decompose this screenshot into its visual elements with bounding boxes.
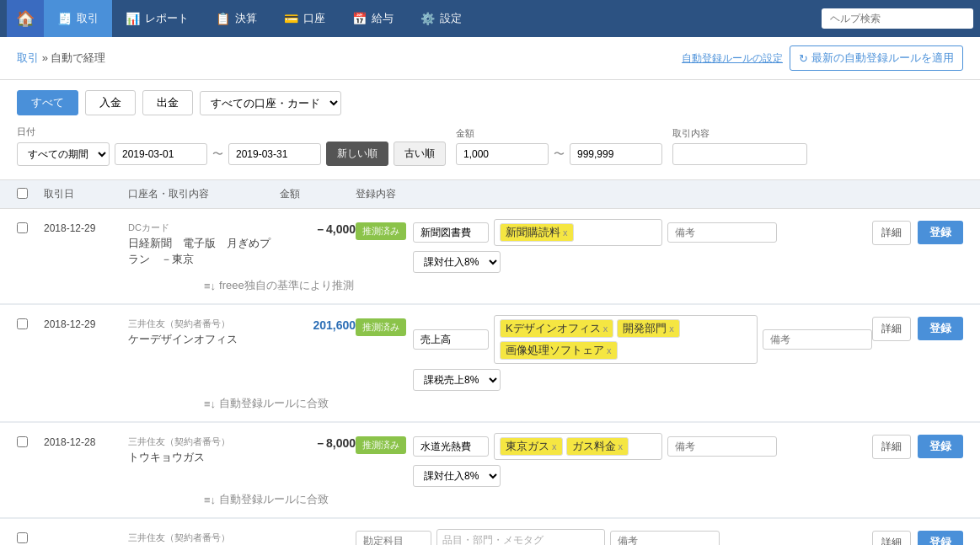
tx-reg-row2-3: 課対仕入8% [413, 465, 872, 487]
date-inputs: すべての期間 〜 新しい順 古い順 [17, 142, 446, 166]
account-select[interactable]: すべての口座・カード [200, 91, 341, 115]
description-filter-group: 取引内容 [672, 127, 807, 165]
rule-settings-link[interactable]: 自動登録ルールの設定 [682, 51, 783, 66]
tx-select-2[interactable] [17, 318, 28, 329]
tx-amount-1: －4,000 [280, 219, 356, 238]
nav-label: 口座 [303, 11, 325, 26]
tx-category-4[interactable] [356, 531, 431, 546]
nav-accounting[interactable]: 📋 決算 [202, 0, 270, 37]
tx-memo-3[interactable] [667, 436, 777, 457]
tx-account-4: 三井住友（契約者番号） [128, 529, 280, 545]
tx-badge-2: 推測済み [356, 318, 406, 336]
header-account: 口座名・取引内容 [128, 187, 280, 201]
reports-icon: 📊 [126, 12, 140, 25]
transaction-row-2: 2018-12-29 三井住友（契約者番号） ケーデザインオフィス 201,60… [0, 305, 980, 423]
search-input[interactable] [822, 8, 973, 29]
tx-account-1: DCカード 日経新聞 電子版 月ぎめプラン －東京 [128, 219, 280, 268]
tx-category-3[interactable] [413, 436, 489, 457]
tx-select-4[interactable] [17, 532, 28, 543]
tx-register-button-2[interactable]: 登録 [918, 317, 963, 340]
tx-footer-text-2: 自動登録ルールに合致 [219, 396, 329, 411]
nav-reports[interactable]: 📊 レポート [112, 0, 202, 37]
tx-category-2[interactable] [413, 329, 489, 350]
tx-date-2: 2018-12-29 [44, 315, 128, 330]
nav-accounts[interactable]: 💳 口座 [270, 0, 339, 37]
amount-from-input[interactable] [456, 143, 549, 165]
tx-actions-3: 詳細 登録 [872, 433, 963, 459]
accounts-icon: 💳 [284, 12, 298, 25]
tx-date-3: 2018-12-28 [44, 433, 128, 448]
tx-register-button-4[interactable]: 登録 [918, 531, 963, 545]
description-input[interactable] [672, 143, 807, 165]
breadcrumb-bar: 取引 » 自動で経理 自動登録ルールの設定 ↻ 最新の自動登録ルールを適用 [0, 37, 980, 80]
tx-footer-icon-2: ≡↓ [204, 398, 216, 410]
tx-footer-3: ≡↓ 自動登録ルールに合致 [17, 492, 963, 507]
nav-label: 取引 [77, 11, 99, 26]
tx-tag-remove-1-0[interactable]: x [563, 227, 568, 238]
tx-tag-remove-2-0[interactable]: x [603, 323, 608, 334]
tx-detail-button-3[interactable]: 詳細 [872, 435, 911, 459]
tx-detail-button-4[interactable]: 詳細 [872, 531, 911, 545]
tab-income[interactable]: 入金 [85, 90, 136, 115]
tx-memo-2[interactable] [763, 329, 872, 350]
tx-register-button-3[interactable]: 登録 [918, 435, 963, 458]
tx-main-2: 2018-12-29 三井住友（契約者番号） ケーデザインオフィス 201,60… [17, 315, 963, 391]
tx-reg-row1-3: 東京ガス x ガス料金 x [413, 433, 872, 460]
amount-to-input[interactable] [570, 143, 662, 165]
select-all-checkbox[interactable] [17, 188, 28, 199]
tx-footer-icon-3: ≡↓ [204, 494, 216, 506]
amount-inputs: 〜 [456, 143, 662, 165]
tx-tax-select-2[interactable]: 課税売上8% [413, 369, 501, 391]
nav-transactions[interactable]: 🧾 取引 [44, 0, 112, 37]
tx-tag-area-4[interactable]: 品目・部門・メモタグ [436, 529, 605, 545]
tab-all[interactable]: すべて [17, 90, 78, 115]
tx-select-1[interactable] [17, 222, 28, 233]
tx-tag-area-2[interactable]: Kデザインオフィス x 開発部門 x 画像処理ソフトェア x [494, 315, 758, 364]
amount-separator: 〜 [554, 147, 565, 162]
sort-old-button[interactable]: 古い順 [394, 142, 446, 166]
sort-new-button[interactable]: 新しい順 [326, 142, 388, 166]
tx-reg-row2-2: 課税売上8% [413, 369, 872, 391]
tx-checkbox-1 [17, 219, 44, 236]
tx-tag-area-1[interactable]: 新聞購読料 x [494, 219, 662, 246]
header-registered: 登録内容 [356, 187, 963, 201]
tx-detail-button-1[interactable]: 詳細 [872, 221, 911, 245]
tx-tag-remove-2-2[interactable]: x [607, 345, 612, 355]
transactions-icon: 🧾 [57, 12, 72, 25]
tab-expense[interactable]: 出金 [142, 90, 193, 115]
tx-checkbox-3 [17, 433, 44, 450]
tx-tag-area-3[interactable]: 東京ガス x ガス料金 x [494, 433, 662, 460]
tx-tax-select-3[interactable]: 課対仕入8% [413, 465, 501, 487]
nav-label: レポート [145, 11, 189, 26]
nav-label: 給与 [372, 11, 394, 26]
tx-memo-1[interactable] [667, 222, 777, 243]
tx-select-3[interactable] [17, 436, 28, 447]
tx-amount-2: 201,600 [280, 315, 356, 332]
date-label: 日付 [17, 126, 446, 138]
breadcrumb: 取引 » 自動で経理 [17, 51, 105, 66]
amount-label: 金額 [456, 127, 662, 140]
tx-tag-remove-2-1[interactable]: x [669, 323, 674, 334]
tx-tax-select-1[interactable]: 課対仕入8% [413, 251, 501, 273]
tx-category-1[interactable] [413, 222, 489, 243]
tx-register-button-1[interactable]: 登録 [918, 221, 963, 244]
tx-actions-2: 詳細 登録 [872, 315, 963, 341]
tx-amount-4 [280, 529, 356, 532]
tx-main-1: 2018-12-29 DCカード 日経新聞 電子版 月ぎめプラン －東京 －4,… [17, 219, 963, 273]
tx-tag-2-0: Kデザインオフィス x [500, 319, 613, 338]
home-button[interactable]: 🏠 [7, 0, 44, 37]
nav-settings[interactable]: ⚙️ 設定 [407, 0, 475, 37]
tx-detail-button-2[interactable]: 詳細 [872, 317, 911, 341]
tx-actions-4: 詳細 登録 [872, 529, 963, 545]
date-to-input[interactable] [228, 143, 321, 165]
period-select[interactable]: すべての期間 [17, 142, 110, 166]
date-from-input[interactable] [115, 143, 207, 165]
tx-tag-remove-3-0[interactable]: x [552, 441, 557, 451]
tx-tag-remove-3-1[interactable]: x [619, 441, 624, 451]
transaction-row-4: 三井住友（契約者番号） 品目・部門・メモタグ 詳細 登録 [0, 519, 980, 545]
nav-payroll[interactable]: 📅 給与 [339, 0, 407, 37]
apply-rules-button[interactable]: ↻ 最新の自動登録ルールを適用 [790, 45, 963, 71]
tx-registered-3: 推測済み 東京ガス x ガス料金 x [356, 433, 872, 487]
breadcrumb-parent[interactable]: 取引 [17, 51, 39, 64]
tx-memo-4[interactable] [610, 531, 720, 546]
